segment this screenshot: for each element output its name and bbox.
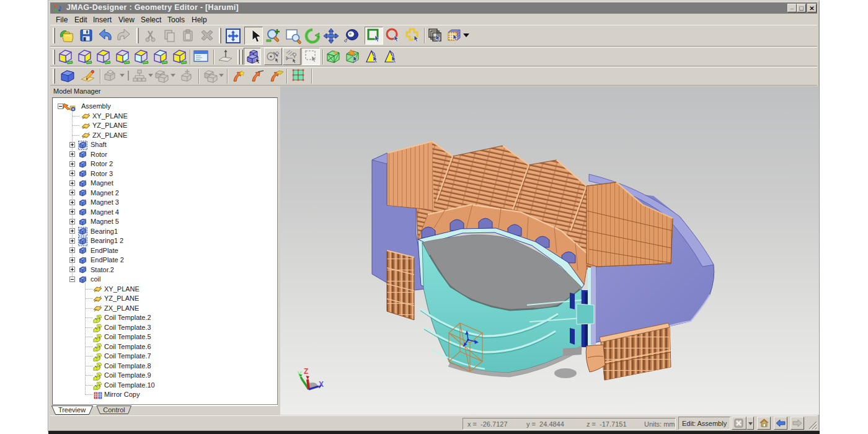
svg-text:Treeview: Treeview	[58, 406, 86, 414]
svg-text:Control: Control	[103, 406, 125, 414]
svg-text:Z: Z	[304, 367, 308, 376]
